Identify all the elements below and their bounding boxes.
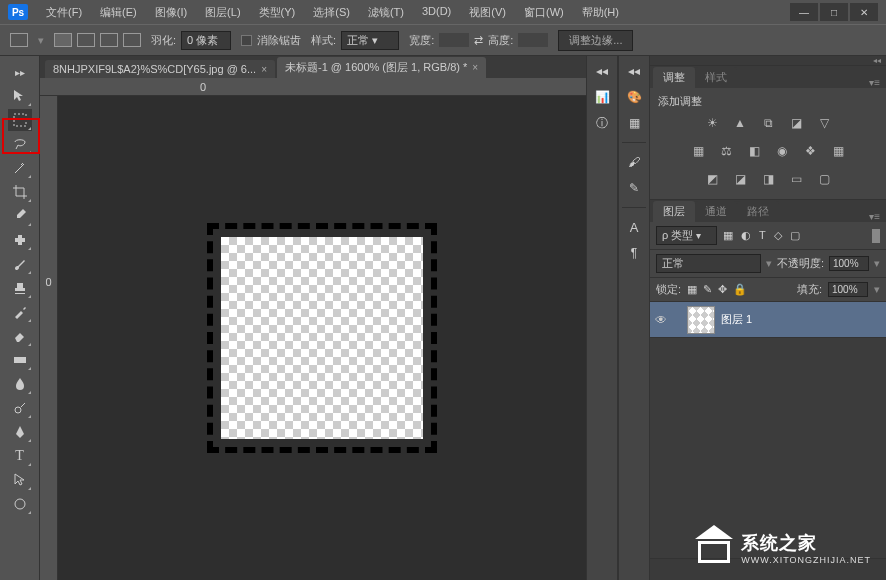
balance-icon[interactable]: ⚖ (717, 143, 735, 159)
swatches-icon[interactable]: ▦ (624, 113, 644, 133)
layer-row[interactable]: 👁 图层 1 (650, 302, 886, 338)
invert-icon[interactable]: ◩ (703, 171, 721, 187)
collapse-bar[interactable]: ◂◂ (650, 56, 886, 66)
levels-icon[interactable]: ▲ (731, 115, 749, 131)
tab-layers[interactable]: 图层 (653, 201, 695, 222)
dodge-tool[interactable] (8, 397, 32, 419)
photo-filter-icon[interactable]: ◉ (773, 143, 791, 159)
brush-panel-icon[interactable]: 🖌 (624, 152, 644, 172)
layers-list[interactable]: 👁 图层 1 (650, 302, 886, 558)
lasso-tool[interactable] (8, 133, 32, 155)
mixer-icon[interactable]: ❖ (801, 143, 819, 159)
hue-icon[interactable]: ▦ (689, 143, 707, 159)
color-icon[interactable]: 🎨 (624, 87, 644, 107)
stamp-tool[interactable] (8, 277, 32, 299)
posterize-icon[interactable]: ◪ (731, 171, 749, 187)
lock-trans-icon[interactable]: ▦ (687, 283, 697, 296)
style-select[interactable]: 正常 ▾ (341, 31, 399, 50)
ruler-vertical[interactable]: 0 (40, 96, 58, 580)
add-selection-icon[interactable] (77, 33, 95, 47)
fill-input[interactable]: 100% (828, 282, 868, 297)
bw-icon[interactable]: ◧ (745, 143, 763, 159)
collapse-icon[interactable]: ◂◂ (592, 61, 612, 81)
close-button[interactable]: ✕ (850, 3, 878, 21)
canvas-background[interactable] (58, 96, 586, 580)
layer-name[interactable]: 图层 1 (721, 312, 752, 327)
ruler-horizontal[interactable]: 0 (40, 78, 586, 96)
tab-paths[interactable]: 路径 (737, 201, 779, 222)
crop-tool[interactable] (8, 181, 32, 203)
filter-adjust-icon[interactable]: ◐ (741, 229, 751, 242)
tab-close-icon[interactable]: × (472, 62, 478, 73)
menu-filter[interactable]: 滤镜(T) (360, 2, 412, 23)
document-tab-1[interactable]: 8NHJPXIF9L$A2}%S%CD[Y65.jpg @ 6... × (45, 60, 275, 78)
lock-all-icon[interactable]: 🔒 (733, 283, 747, 296)
filter-toggle[interactable] (872, 229, 880, 243)
history-brush-tool[interactable] (8, 301, 32, 323)
menu-select[interactable]: 选择(S) (305, 2, 358, 23)
curves-icon[interactable]: ⧉ (759, 115, 777, 131)
marquee-tool[interactable] (8, 109, 32, 131)
filter-type-icon[interactable]: T (759, 229, 766, 242)
tab-styles[interactable]: 样式 (695, 67, 737, 88)
menu-image[interactable]: 图像(I) (147, 2, 195, 23)
menu-edit[interactable]: 编辑(E) (92, 2, 145, 23)
selective-icon[interactable]: ▢ (815, 171, 833, 187)
lock-position-icon[interactable]: ✥ (718, 283, 727, 296)
intersect-selection-icon[interactable] (123, 33, 141, 47)
layer-visibility-icon[interactable]: 👁 (655, 313, 669, 327)
collapse-icon[interactable]: ◂◂ (624, 61, 644, 81)
type-tool[interactable]: T (8, 445, 32, 467)
menu-layer[interactable]: 图层(L) (197, 2, 248, 23)
menu-file[interactable]: 文件(F) (38, 2, 90, 23)
blend-mode-select[interactable]: 正常 (656, 254, 761, 273)
gradient-tool[interactable] (8, 349, 32, 371)
brightness-icon[interactable]: ☀ (703, 115, 721, 131)
subtract-selection-icon[interactable] (100, 33, 118, 47)
info-icon[interactable]: ⓘ (592, 113, 612, 133)
brush-tool[interactable] (8, 253, 32, 275)
new-selection-icon[interactable] (54, 33, 72, 47)
pen-tool[interactable] (8, 421, 32, 443)
wand-tool[interactable] (8, 157, 32, 179)
filter-type-select[interactable]: ρ 类型 ▾ (656, 226, 717, 245)
minimize-button[interactable]: — (790, 3, 818, 21)
blur-tool[interactable] (8, 373, 32, 395)
shape-tool[interactable] (8, 493, 32, 515)
path-select-tool[interactable] (8, 469, 32, 491)
document-tab-2[interactable]: 未标题-1 @ 1600% (图层 1, RGB/8) * × (277, 57, 486, 78)
menu-help[interactable]: 帮助(H) (574, 2, 627, 23)
layer-thumbnail[interactable] (687, 306, 715, 334)
brush-presets-icon[interactable]: ✎ (624, 178, 644, 198)
gradient-map-icon[interactable]: ▭ (787, 171, 805, 187)
filter-pixel-icon[interactable]: ▦ (723, 229, 733, 242)
tab-close-icon[interactable]: × (261, 64, 267, 75)
eyedropper-tool[interactable] (8, 205, 32, 227)
filter-smart-icon[interactable]: ▢ (790, 229, 800, 242)
menu-view[interactable]: 视图(V) (461, 2, 514, 23)
tool-preset-icon[interactable] (10, 33, 28, 47)
menu-type[interactable]: 类型(Y) (251, 2, 304, 23)
paragraph-icon[interactable]: ¶ (624, 243, 644, 263)
menu-window[interactable]: 窗口(W) (516, 2, 572, 23)
panel-menu-icon[interactable]: ▾≡ (863, 211, 886, 222)
panel-menu-icon[interactable]: ▾≡ (863, 77, 886, 88)
tab-channels[interactable]: 通道 (695, 201, 737, 222)
opacity-input[interactable]: 100% (829, 256, 869, 271)
threshold-icon[interactable]: ◨ (759, 171, 777, 187)
vibrance-icon[interactable]: ▽ (815, 115, 833, 131)
feather-input[interactable]: 0 像素 (181, 31, 231, 50)
menu-3d[interactable]: 3D(D) (414, 2, 459, 23)
maximize-button[interactable]: □ (820, 3, 848, 21)
canvas[interactable] (207, 223, 437, 453)
collapse-toolbar-icon[interactable]: ▸▸ (8, 61, 32, 83)
tab-adjustments[interactable]: 调整 (653, 67, 695, 88)
character-icon[interactable]: A (624, 217, 644, 237)
move-tool[interactable] (8, 85, 32, 107)
heal-tool[interactable] (8, 229, 32, 251)
filter-shape-icon[interactable]: ◇ (774, 229, 782, 242)
dropdown-arrow-icon[interactable]: ▾ (38, 34, 44, 47)
lock-pixels-icon[interactable]: ✎ (703, 283, 712, 296)
refine-edge-button[interactable]: 调整边缘... (558, 30, 633, 51)
eraser-tool[interactable] (8, 325, 32, 347)
